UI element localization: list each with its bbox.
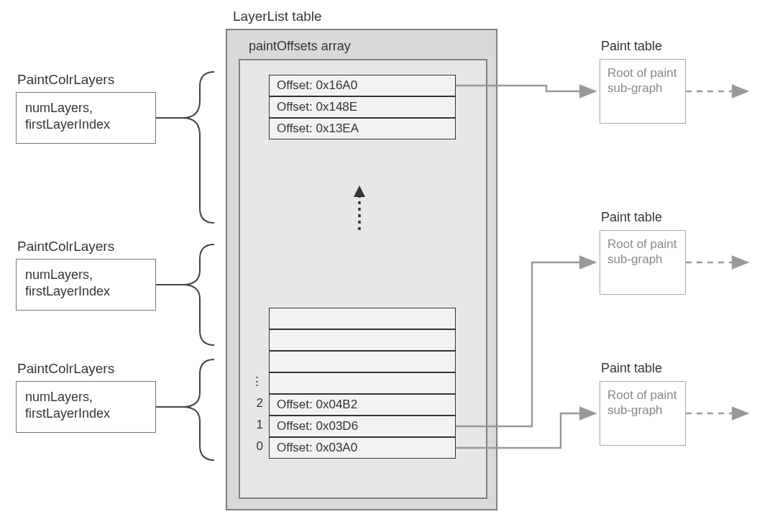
diagram-canvas: LayerList table paintOffsets array Offse… xyxy=(0,0,762,532)
right-arrows-svg xyxy=(0,0,762,532)
